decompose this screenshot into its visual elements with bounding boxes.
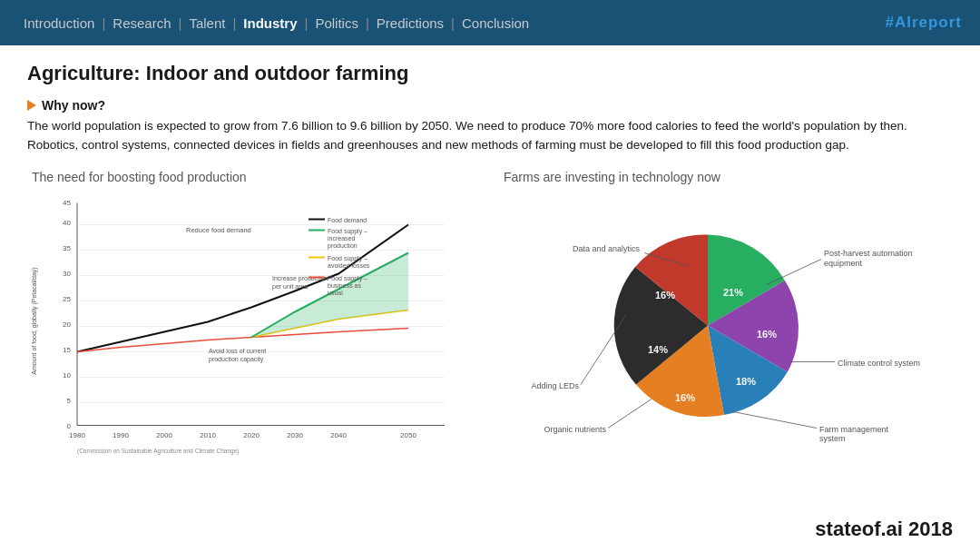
svg-text:2030: 2030 (287, 430, 303, 439)
navbar: Introduction | Research | Talent | Indus… (0, 0, 980, 45)
svg-text:45: 45 (63, 198, 71, 206)
why-now-text: The world population is expected to grow… (27, 117, 944, 155)
svg-text:2040: 2040 (330, 430, 347, 439)
svg-text:16%: 16% (655, 289, 675, 300)
svg-text:0: 0 (67, 421, 72, 429)
nav-item-predictions[interactable]: Predictions (371, 15, 449, 31)
svg-text:18%: 18% (736, 375, 756, 386)
footer: stateof.ai 2018 (815, 518, 953, 541)
svg-text:Food demand: Food demand (328, 216, 367, 222)
svg-text:Avoid loss of current: Avoid loss of current (209, 347, 266, 353)
svg-text:16%: 16% (675, 391, 695, 402)
why-now-section: Why now? The world population is expecte… (27, 98, 953, 155)
svg-text:Post-harvest automation: Post-harvest automation (824, 248, 913, 257)
main-content: Agriculture: Indoor and outdoor farming … (0, 45, 980, 477)
pie-chart-svg: 21% 16% 18% 16% 14% 16% Data and analyti… (499, 192, 944, 464)
svg-text:increased: increased (328, 234, 355, 241)
svg-text:Amount of food, globally (Peta: Amount of food, globally (Petacal/day) (31, 267, 38, 374)
svg-text:40: 40 (63, 218, 71, 226)
svg-text:Food supply –: Food supply – (328, 254, 368, 261)
svg-text:14%: 14% (648, 343, 668, 354)
nav-item-conclusion[interactable]: Conclusion (456, 15, 534, 31)
page-title: Agriculture: Indoor and outdoor farming (27, 62, 953, 85)
line-chart-container: The need for boosting food production 0 … (27, 170, 481, 468)
pie-chart-container: Farms are investing in technology now (499, 170, 953, 468)
svg-text:15: 15 (63, 345, 71, 353)
svg-text:Food supply –: Food supply – (328, 274, 368, 281)
nav-links: Introduction | Research | Talent | Indus… (18, 15, 534, 31)
svg-text:(Commission on Sustainable Agr: (Commission on Sustainable Agriculture a… (77, 447, 239, 454)
pie-chart-title: Farms are investing in technology now (499, 170, 953, 184)
svg-text:2050: 2050 (400, 430, 416, 439)
svg-text:production capacity: production capacity (209, 355, 264, 362)
svg-text:30: 30 (63, 269, 71, 277)
svg-text:Data and analytics: Data and analytics (573, 243, 641, 252)
svg-text:5: 5 (67, 396, 72, 404)
svg-text:avoided losses: avoided losses (328, 261, 370, 268)
svg-text:equipment: equipment (824, 258, 863, 267)
why-now-label: Why now? (27, 98, 953, 113)
svg-text:Climate control system: Climate control system (838, 358, 920, 367)
svg-text:production: production (328, 242, 358, 249)
svg-line-62 (733, 411, 817, 428)
svg-text:1980: 1980 (69, 430, 85, 439)
svg-text:35: 35 (63, 243, 71, 251)
svg-text:2020: 2020 (243, 430, 260, 439)
footer-text: stateof.ai 2018 (815, 518, 953, 540)
svg-text:Organic nutrients: Organic nutrients (544, 424, 606, 433)
svg-text:Food supply –: Food supply – (328, 227, 368, 234)
svg-text:20: 20 (63, 320, 71, 328)
svg-text:1990: 1990 (113, 430, 129, 439)
svg-text:business as: business as (328, 281, 361, 288)
svg-text:Reduce food demand: Reduce food demand (186, 225, 251, 233)
svg-text:25: 25 (63, 294, 71, 302)
svg-text:10: 10 (63, 370, 71, 379)
svg-text:per unit area: per unit area (272, 282, 308, 290)
svg-text:Adding LEDs: Adding LEDs (531, 380, 579, 389)
svg-text:16%: 16% (757, 328, 777, 339)
line-chart-title: The need for boosting food production (27, 170, 481, 184)
hashtag-label: #AIreport (885, 14, 962, 32)
nav-item-industry[interactable]: Industry (238, 15, 302, 31)
nav-item-politics[interactable]: Politics (309, 15, 364, 31)
svg-text:2010: 2010 (200, 430, 216, 439)
nav-item-introduction[interactable]: Introduction (18, 15, 100, 31)
svg-line-65 (608, 399, 652, 428)
svg-text:Farm management: Farm management (819, 424, 889, 433)
nav-item-talent[interactable]: Talent (183, 15, 230, 31)
svg-text:usual: usual (328, 289, 343, 295)
svg-text:system: system (819, 433, 846, 442)
svg-text:2000: 2000 (156, 430, 172, 439)
svg-text:21%: 21% (723, 286, 743, 297)
charts-section: The need for boosting food production 0 … (27, 170, 953, 468)
triangle-icon (27, 100, 36, 111)
line-chart-svg: 0 5 10 15 20 25 30 35 40 45 Amount of fo… (27, 192, 472, 464)
nav-item-research[interactable]: Research (107, 15, 176, 31)
